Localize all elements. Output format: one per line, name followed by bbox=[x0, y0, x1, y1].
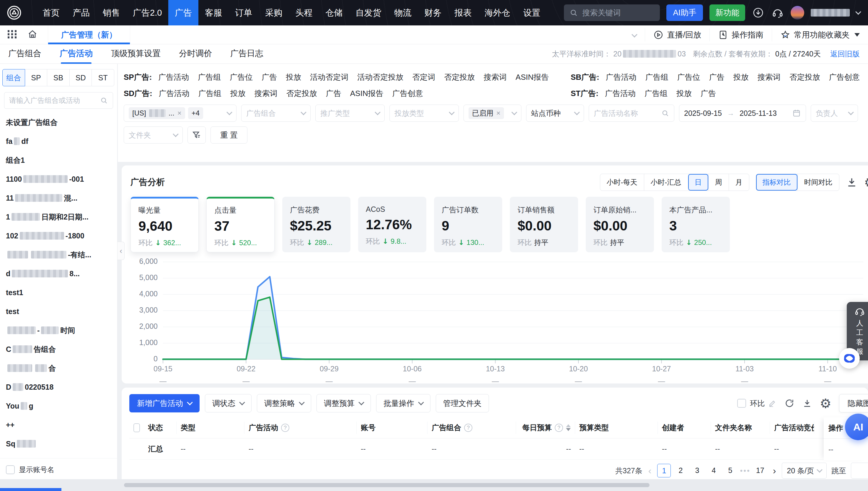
sidebar-tab[interactable]: ST bbox=[92, 69, 114, 86]
portfolio-filter-select[interactable]: 广告组合 bbox=[241, 105, 311, 122]
quick-link[interactable]: 否定投放 bbox=[789, 72, 820, 82]
quick-link[interactable]: 否定投放 bbox=[286, 88, 317, 99]
sidebar-list-item[interactable]: d8... bbox=[0, 264, 117, 283]
quick-link[interactable]: 广告位 bbox=[677, 72, 700, 82]
chevron-down-icon[interactable] bbox=[855, 9, 861, 15]
sidebar-list-item[interactable]: ++ bbox=[0, 415, 117, 434]
nav-item[interactable]: 销售 bbox=[96, 0, 126, 25]
quick-link[interactable]: 否定词 bbox=[412, 72, 435, 82]
live-replay-button[interactable]: 直播/回放 bbox=[645, 28, 709, 41]
advanced-filter-button[interactable] bbox=[187, 126, 206, 144]
page-button[interactable]: 1 bbox=[657, 464, 671, 478]
sidebar-list-item[interactable]: Sq bbox=[0, 434, 117, 453]
nav-item[interactable]: 广告2.0 bbox=[126, 0, 168, 25]
campaign-name-search[interactable] bbox=[589, 105, 674, 122]
sidebar-tab[interactable]: SP bbox=[25, 69, 48, 86]
table-column-header[interactable]: 创建者 bbox=[658, 422, 711, 434]
help-icon[interactable]: ? bbox=[464, 424, 472, 432]
app-logo-icon[interactable] bbox=[6, 5, 22, 20]
sidebar-list-item[interactable]: 102-1800 bbox=[0, 226, 117, 245]
compare-button[interactable]: 指标对比 bbox=[756, 174, 798, 191]
hide-chart-button[interactable]: 隐藏图表 bbox=[839, 394, 868, 412]
trend-chart[interactable]: 01,0002,0003,0004,0005,0006,00009-15—09-… bbox=[130, 255, 868, 385]
metric-card[interactable]: 订单销售额 $0.00 环比持平 bbox=[510, 197, 578, 252]
metric-card[interactable]: 本广告产品... 3 环比↓250... bbox=[662, 197, 730, 252]
quick-link[interactable]: ASIN报告 bbox=[516, 72, 549, 82]
table-settings-gear-icon[interactable]: ⚙ bbox=[820, 396, 831, 411]
avatar[interactable] bbox=[790, 6, 804, 20]
favorites-button[interactable]: 常用功能收藏夹 bbox=[772, 28, 868, 41]
nav-item[interactable]: 财务 bbox=[418, 0, 448, 25]
quick-link[interactable]: 广告活动 bbox=[158, 72, 189, 82]
nav-item[interactable]: 报表 bbox=[448, 0, 478, 25]
action-dropdown-button[interactable]: 调整策略 bbox=[257, 394, 311, 412]
sidebar-tab[interactable]: SB bbox=[47, 69, 70, 86]
sidebar-list-item[interactable]: test1 bbox=[0, 283, 117, 302]
quick-link[interactable]: 搜索词 bbox=[757, 72, 781, 82]
sort-icon[interactable] bbox=[566, 424, 571, 431]
table-column-header[interactable]: 账号 bbox=[356, 422, 428, 434]
action-dropdown-button[interactable]: 调整预算 bbox=[316, 394, 371, 412]
table-column-header[interactable]: 广告活动竞价 bbox=[770, 422, 814, 434]
quick-link[interactable]: 广告活动 bbox=[159, 88, 190, 99]
table-column-header[interactable]: 文件夹名称 bbox=[711, 422, 770, 434]
module-tab[interactable]: 广告日志 bbox=[230, 44, 264, 64]
page-button[interactable]: 4 bbox=[707, 464, 720, 478]
remove-tag-icon[interactable]: × bbox=[496, 110, 500, 117]
module-tab[interactable]: 顶级预算设置 bbox=[111, 44, 161, 64]
module-tab[interactable]: 广告组合 bbox=[8, 44, 41, 64]
guide-button[interactable]: 操作指南 bbox=[709, 28, 772, 41]
global-search-input[interactable] bbox=[582, 8, 655, 18]
table-column-header[interactable]: 预算类型 bbox=[575, 422, 658, 434]
quick-link[interactable]: ASIN报告 bbox=[350, 88, 383, 99]
sidebar-tab[interactable]: SD bbox=[69, 69, 92, 86]
nav-item[interactable]: 设置 bbox=[517, 0, 547, 25]
quick-link[interactable]: 广告活动 bbox=[605, 88, 636, 99]
edit-pencil-icon[interactable] bbox=[768, 399, 777, 408]
action-dropdown-button[interactable]: 批量操作 bbox=[376, 394, 430, 412]
select-all-checkbox[interactable] bbox=[133, 423, 140, 432]
quick-link[interactable]: 广告 bbox=[701, 88, 716, 99]
campaign-name-input[interactable] bbox=[594, 109, 658, 118]
brand-bubble[interactable] bbox=[839, 348, 860, 369]
table-column-header[interactable]: 广告活动? bbox=[244, 422, 356, 434]
metric-card[interactable]: 订单原始销... $0.00 环比持平 bbox=[586, 197, 654, 252]
quick-link[interactable]: 广告 bbox=[261, 72, 277, 82]
quick-link[interactable]: 活动否定词 bbox=[310, 72, 348, 82]
sidebar-list-item[interactable]: 未设置广告组合 bbox=[0, 113, 117, 132]
sidebar-list-item[interactable]: -有结... bbox=[0, 245, 117, 264]
home-icon[interactable] bbox=[27, 29, 38, 41]
global-search[interactable] bbox=[564, 4, 660, 21]
sidebar-list-item[interactable]: test bbox=[0, 302, 117, 321]
ai-assistant-button[interactable]: AI助手 bbox=[666, 4, 703, 21]
horizontal-scrollbar[interactable] bbox=[124, 483, 650, 487]
quick-link[interactable]: 投放 bbox=[733, 72, 749, 82]
back-to-old-link[interactable]: 返回旧版 bbox=[830, 49, 860, 59]
sidebar-list-item[interactable]: 11混... bbox=[0, 189, 117, 207]
status-filter-select[interactable]: 已启用× bbox=[464, 105, 521, 122]
quick-link[interactable]: 广告位 bbox=[230, 72, 253, 82]
period-button[interactable]: 日 bbox=[688, 174, 708, 191]
period-button[interactable]: 周 bbox=[708, 174, 728, 191]
jump-page-input[interactable] bbox=[851, 463, 868, 479]
module-tab[interactable]: 广告活动 bbox=[60, 44, 93, 64]
sidebar-list-item[interactable]: D0220518 bbox=[0, 378, 117, 397]
sidebar-search-input[interactable] bbox=[9, 96, 100, 105]
manage-folder-button[interactable]: 管理文件夹 bbox=[436, 394, 489, 412]
nav-item[interactable]: 产品 bbox=[66, 0, 96, 25]
owner-filter-select[interactable]: 负责人 bbox=[811, 105, 858, 122]
reset-button[interactable]: 重 置 bbox=[211, 126, 247, 144]
metric-card[interactable]: 点击量 37 环比↓520... bbox=[206, 197, 275, 252]
refresh-icon[interactable] bbox=[784, 398, 795, 408]
metric-card[interactable]: 广告订单数 9 环比↓130... bbox=[434, 197, 502, 252]
tab-overflow-chevron[interactable] bbox=[624, 28, 645, 41]
new-campaign-button[interactable]: 新增广告活动 bbox=[129, 394, 199, 412]
sidebar-collapse-handle[interactable]: ‹ bbox=[118, 242, 125, 260]
sidebar-search[interactable] bbox=[4, 92, 113, 109]
remove-tag-icon[interactable]: × bbox=[178, 110, 182, 117]
show-account-checkbox[interactable] bbox=[6, 465, 15, 474]
nav-item[interactable]: 仓储 bbox=[319, 0, 349, 25]
nav-item[interactable]: 物流 bbox=[388, 0, 418, 25]
quick-link[interactable]: 广告组 bbox=[198, 72, 221, 82]
quick-link[interactable]: 投放 bbox=[676, 88, 692, 99]
